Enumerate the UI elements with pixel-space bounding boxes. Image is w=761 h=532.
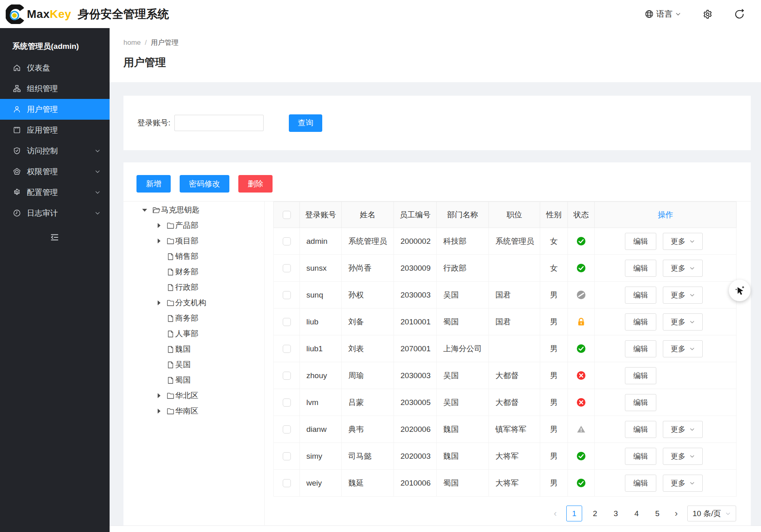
- more-button[interactable]: 更多: [663, 448, 703, 465]
- file-icon: [166, 252, 175, 261]
- row-select-cell: [274, 362, 300, 389]
- breadcrumb-home[interactable]: home: [123, 39, 141, 47]
- status-cell: [568, 282, 595, 309]
- tree-node[interactable]: 蜀国: [123, 372, 264, 388]
- more-button[interactable]: 更多: [663, 340, 703, 357]
- pagination-page-1[interactable]: 1: [566, 506, 582, 521]
- chevron-down-icon: [95, 189, 101, 195]
- column-header: 登录账号: [300, 202, 342, 228]
- sidebar-item-dashboard[interactable]: 仪表盘: [0, 57, 110, 78]
- pagination: ‹ 12345 › 10 条/页: [273, 506, 736, 521]
- settings-button[interactable]: [702, 9, 713, 20]
- pagination-page-4[interactable]: 4: [629, 506, 644, 521]
- change-password-button[interactable]: 密码修改: [180, 175, 229, 193]
- query-button[interactable]: 查询: [289, 114, 322, 132]
- row-checkbox[interactable]: [283, 372, 291, 380]
- row-checkbox[interactable]: [283, 318, 291, 326]
- assistant-floating-button[interactable]: [729, 280, 750, 301]
- page-size-select[interactable]: 10 条/页: [687, 506, 736, 521]
- add-button[interactable]: 新增: [136, 175, 171, 193]
- employee-id-cell: 2020003: [394, 443, 437, 470]
- name-cell: 司马懿: [342, 443, 394, 470]
- tree-expander-closed-icon[interactable]: [156, 223, 162, 228]
- tree-expander-open-icon[interactable]: [141, 209, 148, 212]
- gear-icon: [702, 9, 713, 20]
- row-checkbox[interactable]: [283, 291, 291, 299]
- position-cell: 大将军: [489, 443, 540, 470]
- position-cell: 系统管理员: [489, 228, 540, 255]
- employee-id-cell: 2030005: [394, 389, 437, 416]
- tree-node[interactable]: 销售部: [123, 249, 264, 264]
- brand: MaxKey 身份安全管理系统: [6, 4, 169, 24]
- sidebar-item-permissions[interactable]: 权限管理: [0, 161, 110, 182]
- tree-expander-closed-icon[interactable]: [156, 300, 162, 305]
- tree-expander-closed-icon[interactable]: [156, 409, 162, 414]
- row-checkbox[interactable]: [283, 398, 291, 407]
- name-cell: 刘备: [342, 309, 394, 335]
- toolbar: 新增 密码修改 删除: [123, 175, 751, 193]
- edit-button[interactable]: 编辑: [625, 287, 656, 304]
- edit-button[interactable]: 编辑: [625, 313, 656, 331]
- tree-node[interactable]: 项目部: [123, 233, 264, 249]
- more-button[interactable]: 更多: [663, 475, 703, 492]
- globe-icon: [644, 9, 654, 19]
- edit-button[interactable]: 编辑: [625, 340, 656, 357]
- more-button[interactable]: 更多: [663, 260, 703, 277]
- sidebar-item-audit-log[interactable]: 日志审计: [0, 203, 110, 223]
- pagination-page-2[interactable]: 2: [587, 506, 603, 521]
- edit-button[interactable]: 编辑: [625, 367, 656, 384]
- tree-node-label: 销售部: [175, 251, 198, 262]
- row-checkbox[interactable]: [283, 345, 291, 353]
- tree-node[interactable]: 行政部: [123, 280, 264, 295]
- pagination-prev-icon[interactable]: ‹: [549, 509, 561, 518]
- column-header: 职位: [489, 202, 540, 228]
- employee-id-cell: 2030003: [394, 362, 437, 389]
- edit-button[interactable]: 编辑: [625, 260, 656, 277]
- tree-node[interactable]: 产品部: [123, 218, 264, 233]
- tree-node[interactable]: 马克思钥匙: [123, 202, 264, 218]
- more-button[interactable]: 更多: [663, 233, 703, 250]
- tree-node[interactable]: 华南区: [123, 403, 264, 419]
- edit-button[interactable]: 编辑: [625, 475, 656, 492]
- tree-node[interactable]: 吴国: [123, 357, 264, 372]
- row-checkbox[interactable]: [283, 479, 291, 487]
- pagination-next-icon[interactable]: ›: [670, 509, 682, 518]
- name-cell: 周瑜: [342, 362, 394, 389]
- sidebar-item-configuration[interactable]: 配置管理: [0, 182, 110, 203]
- sidebar-collapse-button[interactable]: [50, 232, 59, 242]
- pagination-page-5[interactable]: 5: [649, 506, 665, 521]
- pagination-page-3[interactable]: 3: [608, 506, 624, 521]
- sidebar-item-label: 用户管理: [27, 104, 58, 115]
- sidebar-item-access-control[interactable]: 访问控制: [0, 140, 110, 161]
- row-checkbox[interactable]: [283, 264, 291, 272]
- logout-button[interactable]: [734, 9, 745, 20]
- status-active-icon: [576, 263, 586, 273]
- edit-button[interactable]: 编辑: [625, 421, 656, 438]
- tree-expander-closed-icon[interactable]: [156, 393, 162, 398]
- tree-node[interactable]: 魏国: [123, 342, 264, 357]
- tree-node-label: 华南区: [175, 406, 198, 416]
- delete-button[interactable]: 删除: [238, 175, 273, 193]
- tree-node[interactable]: 人事部: [123, 326, 264, 342]
- row-checkbox[interactable]: [283, 237, 291, 245]
- sidebar-item-users[interactable]: 用户管理: [0, 99, 110, 120]
- sidebar-item-applications[interactable]: 应用管理: [0, 120, 110, 140]
- tree-expander-closed-icon[interactable]: [156, 239, 162, 243]
- tree-node[interactable]: 华北区: [123, 388, 264, 403]
- row-checkbox[interactable]: [283, 425, 291, 433]
- edit-button[interactable]: 编辑: [625, 233, 656, 250]
- edit-button[interactable]: 编辑: [625, 448, 656, 465]
- column-header: 姓名: [342, 202, 394, 228]
- login-account-input[interactable]: [174, 115, 264, 131]
- tree-node[interactable]: 商务部: [123, 311, 264, 326]
- row-checkbox[interactable]: [283, 452, 291, 460]
- select-all-checkbox[interactable]: [283, 211, 291, 219]
- tree-node[interactable]: 财务部: [123, 264, 264, 280]
- more-button[interactable]: 更多: [663, 287, 703, 304]
- more-button[interactable]: 更多: [663, 313, 703, 331]
- edit-button[interactable]: 编辑: [625, 394, 656, 411]
- more-button[interactable]: 更多: [663, 421, 703, 438]
- language-switcher[interactable]: 语言: [644, 9, 681, 20]
- tree-node[interactable]: 分支机构: [123, 295, 264, 311]
- sidebar-item-organization[interactable]: 组织管理: [0, 78, 110, 99]
